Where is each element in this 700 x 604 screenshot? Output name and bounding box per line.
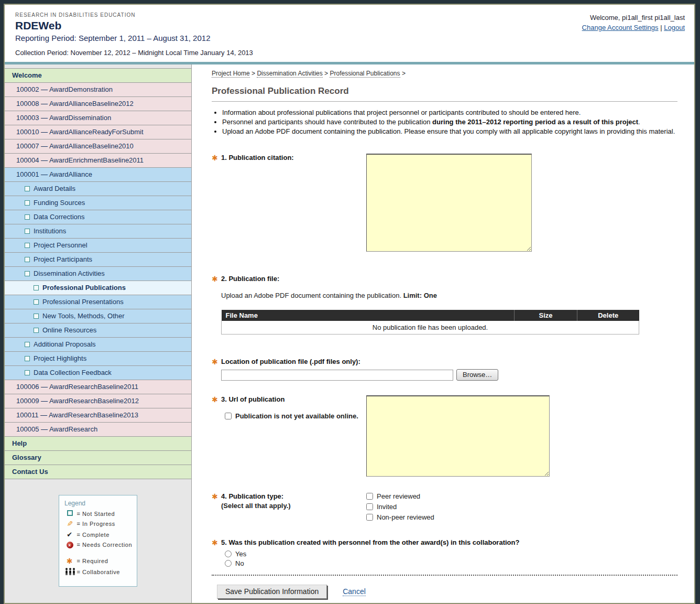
not-started-icon: [34, 299, 39, 305]
bullet-text: Upload an Adobe PDF document containing …: [222, 127, 675, 135]
not-available-online-checkbox[interactable]: [225, 413, 232, 419]
sidebar-item-100001-awardalliance[interactable]: 100001 — AwardAlliance: [5, 168, 191, 182]
form-divider: [212, 575, 677, 576]
complete-icon: ✔: [64, 531, 75, 538]
sidebar-item-label: Glossary: [12, 454, 41, 461]
welcome-user: Welcome, pi1all_first pi1all_last: [582, 14, 685, 21]
sidebar-item-label: 100001 — AwardAlliance: [16, 170, 92, 178]
sidebar-item-project-personnel[interactable]: Project Personnel: [5, 239, 191, 253]
browse-button[interactable]: Browse…: [456, 369, 498, 381]
q4-label: 4. Publication type:: [221, 492, 283, 501]
option-label: Invited: [377, 503, 397, 511]
file-location-input[interactable]: [221, 370, 453, 381]
sidebar-item-100009-awardresearchbaseline2012[interactable]: 100009 — AwardResearchBaseline2012: [5, 394, 191, 408]
instruction-bullet-2: Personnel and participants should have c…: [222, 118, 677, 126]
sidebar-item-data-corrections[interactable]: Data Corrections: [5, 210, 191, 224]
invited-checkbox[interactable]: [366, 503, 373, 510]
not-started-icon: [25, 214, 30, 220]
sidebar-item-100007-awardalliancebaseline2010[interactable]: 100007 — AwardAllianceBaseline2010: [5, 139, 191, 154]
peer-reviewed-checkbox[interactable]: [366, 493, 373, 500]
sidebar-item-100003-awarddissemination[interactable]: 100003 — AwardDissemination: [5, 111, 191, 125]
sidebar-item-label: Professional Presentations: [42, 298, 124, 306]
sidebar-item-label: 100007 — AwardAllianceBaseline2010: [16, 142, 134, 150]
not-started-icon: [25, 356, 30, 361]
sidebar-item-welcome[interactable]: Welcome: [5, 69, 191, 83]
publication-type-option-peer-reviewed: Peer reviewed: [366, 492, 434, 500]
sidebar-item-label: Institutions: [34, 227, 66, 235]
not-started-icon: [64, 510, 75, 517]
question-1: ✱ 1. Publication citation:: [212, 154, 677, 252]
needs-correction-icon: x: [64, 541, 75, 548]
q3-label: 3. Url of publication: [221, 395, 285, 404]
form-actions: Save Publication Information Cancel: [212, 585, 677, 599]
collaboration-options: YesNo: [225, 550, 677, 567]
publication-type-option-invited: Invited: [366, 503, 434, 511]
required-icon: ✱: [212, 492, 221, 501]
sidebar-item-label: Online Resources: [42, 326, 96, 334]
sidebar-item-100004-awardenrichmentbaseline2011[interactable]: 100004 — AwardEnrichmentBaseline2011: [5, 154, 191, 168]
equals-sign: =: [75, 558, 82, 564]
breadcrumb-link-project-home[interactable]: Project Home: [212, 70, 250, 78]
sidebar-item-100005-awardresearch[interactable]: 100005 — AwardResearch: [5, 423, 191, 437]
option-label: Peer reviewed: [377, 492, 420, 500]
legend-item-in-progress: ✎=In Progress: [64, 520, 133, 528]
sidebar-item-100002-awarddemonstration[interactable]: 100002 — AwardDemonstration: [5, 83, 191, 97]
sidebar-item-label: 100003 — AwardDissemination: [16, 114, 111, 122]
sidebar-item-label: Project Participants: [34, 255, 92, 263]
sidebar-item-100008-awardalliancebaseline2012[interactable]: 100008 — AwardAllianceBaseline2012: [5, 97, 191, 111]
q2-help-text: Upload an Adobe PDF document containing …: [221, 292, 401, 299]
sidebar-item-institutions[interactable]: Institutions: [5, 224, 191, 239]
sidebar-item-help[interactable]: Help: [5, 437, 191, 451]
sidebar-item-label: Dissemination Activities: [34, 269, 105, 277]
save-publication-button[interactable]: Save Publication Information: [217, 585, 327, 599]
sidebar-item-label: 100010 — AwardAllianceReadyForSubmit: [16, 128, 144, 136]
sidebar-item-label: 100008 — AwardAllianceBaseline2012: [16, 100, 134, 107]
sidebar-item-additional-proposals[interactable]: Additional Proposals: [5, 338, 191, 352]
not-started-icon: [34, 285, 39, 290]
change-account-settings-link[interactable]: Change Account Settings: [582, 24, 659, 31]
not-started-icon: [25, 271, 30, 276]
sidebar-item-glossary[interactable]: Glossary: [5, 451, 191, 465]
publication-citation-textarea[interactable]: [366, 154, 532, 252]
sidebar-item-project-highlights[interactable]: Project Highlights: [5, 352, 191, 366]
publication-type-options: Peer reviewedInvitedNon-peer reviewed: [366, 492, 434, 524]
sidebar-item-label: 100005 — AwardResearch: [16, 425, 97, 433]
sidebar-item-data-collection-feedback[interactable]: Data Collection Feedback: [5, 366, 191, 380]
sidebar-item-100010-awardalliancereadyforsubmit[interactable]: 100010 — AwardAllianceReadyForSubmit: [5, 125, 191, 139]
bullet-bold-text: during the 2011–2012 reporting period as…: [432, 118, 638, 126]
option-label: Yes: [235, 550, 246, 558]
logout-link[interactable]: Logout: [664, 24, 685, 31]
sidebar-item-online-resources[interactable]: Online Resources: [5, 323, 191, 338]
question-5: ✱ 5. Was this publication created with p…: [212, 538, 677, 567]
not-started-icon: [25, 186, 30, 191]
sidebar-item-label: Professional Publications: [42, 284, 126, 292]
question-2: ✱ 2. Publication file: Upload an Adobe P…: [212, 275, 677, 335]
sidebar-item-professional-publications[interactable]: Professional Publications: [5, 281, 191, 295]
not-started-icon: [34, 328, 39, 333]
yes-radio[interactable]: [225, 551, 232, 557]
equals-sign: =: [75, 532, 82, 538]
sidebar-item-contact-us[interactable]: Contact Us: [5, 465, 191, 479]
not-started-icon: [25, 229, 30, 234]
sidebar-item-funding-sources[interactable]: Funding Sources: [5, 196, 191, 210]
sidebar-item-dissemination-activities[interactable]: Dissemination Activities: [5, 267, 191, 281]
sidebar-item-new-tools-methods-other[interactable]: New Tools, Methods, Other: [5, 309, 191, 323]
cancel-link[interactable]: Cancel: [343, 587, 366, 596]
table-header-delete: Delete: [577, 310, 639, 321]
no-radio[interactable]: [225, 560, 232, 567]
sidebar-item-project-participants[interactable]: Project Participants: [5, 253, 191, 267]
sidebar-item-100011-awardresearchbaseline2013[interactable]: 100011 — AwardResearchBaseline2013: [5, 408, 191, 423]
sidebar-item-100006-awardresearchbaseline2011[interactable]: 100006 — AwardResearchBaseline2011: [5, 380, 191, 394]
sidebar-item-label: 100006 — AwardResearchBaseline2011: [16, 383, 138, 391]
breadcrumb-link-dissemination-activities[interactable]: Dissemination Activities: [257, 70, 322, 78]
sidebar-item-award-details[interactable]: Award Details: [5, 182, 191, 196]
non-peer-reviewed-checkbox[interactable]: [366, 514, 373, 521]
not-started-icon: [34, 314, 39, 319]
publication-url-textarea[interactable]: [366, 395, 550, 477]
sidebar-item-professional-presentations[interactable]: Professional Presentations: [5, 295, 191, 309]
collaboration-option-yes: Yes: [225, 550, 677, 558]
breadcrumb-link-professional-publications[interactable]: Professional Publications: [330, 70, 400, 78]
page-header: RESEARCH IN DISABILITIES EDUCATION RDEWe…: [5, 5, 694, 62]
sidebar-item-label: Project Highlights: [34, 354, 86, 362]
required-icon: ✱: [64, 557, 75, 565]
